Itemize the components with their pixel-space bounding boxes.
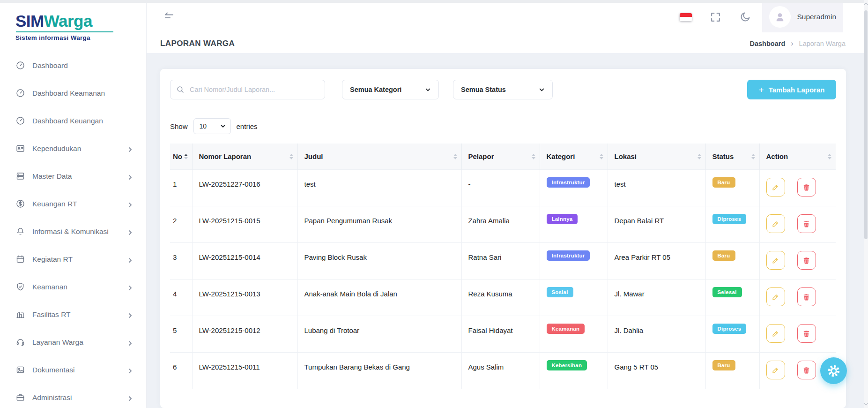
edit-button[interactable] <box>766 214 785 233</box>
nomor-laporan: LW-20251215-0011 <box>192 353 297 389</box>
judul: test <box>297 170 461 206</box>
scrollbar-down-arrow[interactable] <box>864 401 868 405</box>
edit-button[interactable] <box>766 361 785 379</box>
user-icon <box>773 10 786 23</box>
sidebar-item-master-data[interactable]: Master Data <box>0 162 146 190</box>
fullscreen-button[interactable] <box>710 11 721 23</box>
pencil-icon <box>772 220 779 228</box>
calendar-icon <box>15 254 25 264</box>
page-size-select[interactable]: 10 <box>193 118 231 134</box>
table-row: 5LW-20251215-0012Lubang di TrotoarFaisal… <box>170 316 836 353</box>
dark-mode-button[interactable] <box>739 11 751 23</box>
row-number: 3 <box>170 243 192 280</box>
chevron-right-icon <box>127 312 133 317</box>
sidebar-item-kegiatan-rt[interactable]: Kegiatan RT <box>0 245 146 273</box>
column-header-action[interactable]: Action <box>759 144 836 170</box>
user-menu[interactable]: Superadmin <box>762 1 843 32</box>
lokasi-cell: test <box>608 170 705 206</box>
judul: Lubang di Trotoar <box>297 316 461 353</box>
edit-button[interactable] <box>766 287 785 306</box>
settings-fab[interactable] <box>820 357 847 384</box>
brand-tagline: Sistem informasi Warga <box>15 34 146 41</box>
column-header-kategori[interactable]: Kategori <box>540 144 608 170</box>
search-icon <box>176 85 185 94</box>
column-header-pelapor[interactable]: Pelapor <box>461 144 540 170</box>
judul: Tumpukan Barang Bekas di Gang <box>297 353 461 389</box>
edit-button[interactable] <box>766 324 785 343</box>
sidebar-item-dashboard-keamanan[interactable]: Dashboard Keamanan <box>0 79 146 107</box>
kategori-badge: Kebersihan <box>547 360 587 370</box>
table-row: 1LW-20251227-0016test-InfrastrukturtestB… <box>170 170 836 206</box>
sidebar-item-keamanan[interactable]: Keamanan <box>0 273 146 301</box>
delete-button[interactable] <box>797 251 816 270</box>
edit-button[interactable] <box>766 251 785 270</box>
delete-button[interactable] <box>797 324 816 343</box>
sidebar-item-dashboard[interactable]: Dashboard <box>0 52 146 79</box>
column-header-status[interactable]: Status <box>705 144 759 170</box>
kategori-badge: Keamanan <box>547 324 585 334</box>
moon-icon <box>739 11 751 23</box>
search-wrap <box>170 80 325 99</box>
dollar-circle-icon <box>15 199 25 209</box>
breadcrumb-dashboard-link[interactable]: Dashboard <box>750 40 786 47</box>
delete-button[interactable] <box>797 214 816 233</box>
breadcrumb-current: Laporan Warga <box>799 40 846 47</box>
nomor-laporan: LW-20251215-0015 <box>192 206 297 243</box>
scrollbar-up-arrow[interactable] <box>864 3 868 7</box>
column-header-lokasi[interactable]: Lokasi <box>608 144 705 170</box>
database-icon <box>15 171 25 181</box>
status-filter-select[interactable]: Semua Status <box>453 80 553 99</box>
pelapor: Reza Kusuma <box>461 280 540 316</box>
page-size-value: 10 <box>200 122 207 130</box>
sidebar: SIMWarga Sistem informasi Warga Dashboar… <box>0 0 147 408</box>
sidebar-item-kependudukan[interactable]: Kependudukan <box>0 135 146 162</box>
app-shell: SIMWarga Sistem informasi Warga Dashboar… <box>0 0 868 408</box>
language-flag-button[interactable] <box>680 13 692 21</box>
sidebar-item-keuangan-rt[interactable]: Keuangan RT <box>0 190 146 218</box>
brand-logo[interactable]: SIMWarga Sistem informasi Warga <box>0 7 146 48</box>
action-cell <box>759 280 836 316</box>
indonesia-flag-icon <box>680 13 692 21</box>
kategori-badge: Sosial <box>547 287 573 297</box>
action-cell <box>759 206 836 243</box>
sidebar-item-informasi-komunikasi[interactable]: Informasi & Komunikasi <box>0 218 146 245</box>
chevron-right-icon <box>127 367 133 373</box>
sort-arrows-icon <box>697 154 701 159</box>
column-header-no[interactable]: No <box>170 144 192 170</box>
column-header-judul[interactable]: Judul <box>297 144 461 170</box>
lokasi-cell: Depan Balai RT <box>608 206 705 243</box>
sidebar-item-administrasi[interactable]: Administrasi <box>0 384 146 408</box>
search-input[interactable] <box>170 80 325 99</box>
delete-button[interactable] <box>797 178 816 196</box>
pencil-icon <box>772 257 779 264</box>
trash-icon <box>802 183 810 191</box>
column-label: Status <box>712 152 734 160</box>
title-bar: LAPORAN WARGA Dashboard › Laporan Warga <box>147 34 868 53</box>
column-header-nomor-laporan[interactable]: Nomor Laporan <box>192 144 297 170</box>
nomor-laporan: LW-20251215-0012 <box>192 316 297 353</box>
column-label: Judul <box>304 152 323 160</box>
laporan-card: Semua Kategori Semua Status + Tambah Lap… <box>160 69 846 408</box>
page-scrollbar[interactable] <box>864 0 868 408</box>
column-label: Nomor Laporan <box>199 152 252 160</box>
sidebar-nav: DashboardDashboard KeamananDashboard Keu… <box>0 52 146 408</box>
topbar: Superadmin <box>147 0 868 34</box>
sidebar-toggle-icon[interactable] <box>163 11 175 23</box>
status-badge: Baru <box>712 177 735 188</box>
kategori-cell: Infrastruktur <box>540 243 608 280</box>
sidebar-item-dashboard-keuangan[interactable]: Dashboard Keuangan <box>0 107 146 135</box>
sidebar-item-layanan-warga[interactable]: Layanan Warga <box>0 328 146 356</box>
sidebar-item-label: Keuangan RT <box>32 200 126 208</box>
lokasi-cell: Jl. Dahlia <box>608 316 705 353</box>
edit-button[interactable] <box>766 178 785 196</box>
scrollbar-thumb[interactable] <box>864 10 868 239</box>
sidebar-item-dokumentasi[interactable]: Dokumentasi <box>0 356 146 384</box>
status-cell: Diproses <box>705 206 759 243</box>
lokasi-cell: Gang 5 RT 05 <box>608 353 705 389</box>
entries-row: Show 10 entries <box>170 118 836 134</box>
category-filter-select[interactable]: Semua Kategori <box>342 80 439 99</box>
sidebar-item-fasilitas-rt[interactable]: Fasilitas RT <box>0 301 146 328</box>
tambah-laporan-button[interactable]: + Tambah Laporan <box>747 80 836 99</box>
delete-button[interactable] <box>797 287 816 306</box>
delete-button[interactable] <box>797 361 816 379</box>
